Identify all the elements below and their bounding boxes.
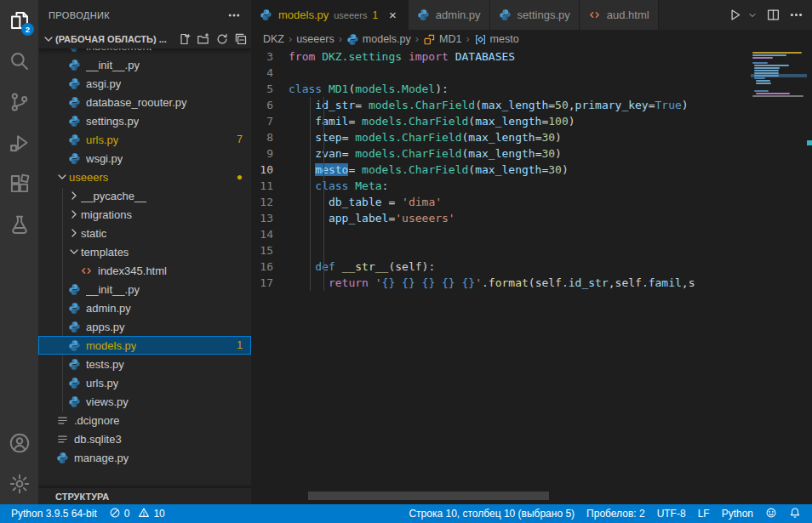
activity-run-and-debug[interactable] — [0, 122, 38, 163]
status-cursor-position[interactable]: Строка 10, столбец 10 (выбрано 5) — [403, 504, 580, 523]
status-language-mode[interactable]: Python — [716, 504, 759, 523]
code-line[interactable]: 10 mesto= models.CharField(max_length=30… — [251, 162, 812, 178]
activity-search[interactable] — [0, 41, 38, 82]
code-token: = — [342, 147, 356, 160]
code-line[interactable]: 16 def __str__(self): — [251, 259, 812, 275]
status-problems[interactable]: 010 — [103, 504, 171, 523]
code-line[interactable]: 7 famil= models.CharField(max_length=100… — [251, 113, 812, 129]
code-line[interactable]: 15 — [251, 242, 812, 259]
line-number[interactable]: 14 — [251, 226, 289, 242]
outline-section-header[interactable]: СТРУКТУРА — [38, 487, 251, 504]
minimap-line — [756, 80, 770, 82]
tree-item-useeers[interactable]: useeers● — [38, 168, 251, 186]
code-line[interactable]: 8 step= models.CharField(max_length=30) — [251, 129, 812, 145]
tree-item-urls-py[interactable]: urls.py7 — [38, 130, 251, 149]
code-line[interactable]: 9 zvan= models.CharField(max_length=30) — [251, 145, 812, 162]
run-dropdown-icon[interactable] — [751, 10, 758, 20]
tree-item-apps-py[interactable]: apps.py — [38, 317, 251, 336]
explorer-more-actions-icon[interactable] — [227, 9, 241, 22]
line-number[interactable]: 8 — [251, 129, 289, 145]
tree-item-static[interactable]: static — [38, 224, 251, 242]
tree-item-wsgi-py[interactable]: wsgi.py — [38, 149, 251, 168]
tab-settings-py[interactable]: settings.py — [490, 0, 580, 30]
status-encoding[interactable]: UTF-8 — [651, 504, 692, 523]
tree-item-db-sqlite3[interactable]: db.sqlite3 — [38, 429, 251, 448]
line-number[interactable]: 4 — [251, 65, 289, 81]
breadcrumb-item-useeers[interactable]: useeers — [296, 33, 334, 45]
minimap-line — [756, 93, 791, 94]
tree-item-settings-py[interactable]: settings.py — [38, 111, 251, 130]
code-line[interactable]: 14 — [251, 226, 812, 242]
activity-source-control[interactable] — [0, 82, 38, 122]
breadcrumb-item-mesto[interactable]: mesto — [474, 33, 519, 46]
line-number[interactable]: 3 — [251, 48, 289, 65]
more-actions-icon[interactable] — [789, 8, 803, 22]
run-icon[interactable] — [728, 8, 742, 22]
tree-item-templates[interactable]: templates — [38, 242, 251, 261]
indent-guide — [323, 97, 324, 291]
tree-item--pycache-[interactable]: __pycache__ — [38, 186, 251, 205]
tree-item-migrations[interactable]: migrations — [38, 205, 251, 224]
line-number[interactable]: 9 — [251, 145, 289, 162]
status-notifications[interactable] — [783, 504, 807, 523]
minimap[interactable] — [751, 48, 807, 504]
tree-item-tests-py[interactable]: tests.py — [38, 355, 251, 373]
tree-item-models-py[interactable]: models.py1 — [38, 336, 251, 355]
tab-aud-html[interactable]: aud.html — [580, 0, 659, 30]
status-feedback[interactable] — [759, 504, 783, 523]
code-line[interactable]: 6 id_str= models.CharField(max_length=50… — [251, 97, 812, 113]
line-number[interactable]: 5 — [251, 81, 289, 97]
status-indentation[interactable]: Пробелов: 2 — [580, 504, 651, 523]
tree-item--init-py[interactable]: __init__.py — [38, 55, 251, 74]
line-number[interactable]: 16 — [251, 259, 289, 275]
activity-testing[interactable] — [0, 204, 38, 245]
status-python-version[interactable]: Python 3.9.5 64-bit — [5, 504, 103, 523]
code-token: format — [489, 276, 529, 289]
line-number[interactable]: 13 — [251, 210, 289, 226]
overview-ruler[interactable] — [807, 48, 812, 504]
activity-explorer[interactable]: 2 — [0, 0, 38, 41]
split-editor-icon[interactable] — [766, 8, 781, 22]
code-editor[interactable]: 3from DKZ.settings import DATABASES45cla… — [251, 48, 812, 504]
status-eol[interactable]: LF — [692, 504, 716, 523]
code-line[interactable]: 3from DKZ.settings import DATABASES — [251, 48, 812, 65]
line-number[interactable]: 15 — [251, 242, 289, 259]
code-line[interactable]: 12 db_table = 'dima' — [251, 194, 812, 210]
code-line[interactable]: 5class MD1(models.Model): — [251, 81, 812, 97]
code-line[interactable]: 13 app_label='useeers' — [251, 210, 812, 226]
sidebar-explorer: ПРОВОДНИК (РАБОЧАЯ ОБЛАСТЬ) ... indexele… — [38, 0, 251, 504]
tree-item-indexelement[interactable]: indexelement — [38, 48, 251, 55]
activity-extensions[interactable] — [0, 163, 38, 204]
activity-account[interactable] — [0, 423, 38, 463]
tab-admin-py[interactable]: admin.py — [409, 0, 490, 30]
tree-item-admin-py[interactable]: admin.py — [38, 298, 251, 317]
tree-item-manage-py[interactable]: manage.py — [38, 448, 251, 467]
tree-item-views-py[interactable]: views.py — [38, 392, 251, 411]
line-number[interactable]: 12 — [251, 194, 289, 210]
breadcrumb-item-dkz[interactable]: DKZ — [263, 33, 284, 45]
activity-settings[interactable] — [0, 463, 38, 504]
breadcrumb-item-md1[interactable]: MD1 — [423, 33, 461, 46]
workspace-section-header[interactable]: (РАБОЧАЯ ОБЛАСТЬ) ... — [38, 30, 251, 48]
tree-item-urls-py[interactable]: urls.py — [38, 373, 251, 392]
code-line[interactable]: 4 — [251, 65, 812, 81]
code-line[interactable]: 11 class Meta: — [251, 178, 812, 194]
line-number[interactable]: 17 — [251, 275, 289, 291]
warning-icon — [138, 507, 150, 521]
tree-item--dcignore[interactable]: .dcignore — [38, 411, 251, 429]
line-number[interactable]: 11 — [251, 178, 289, 194]
line-number[interactable]: 7 — [251, 113, 289, 129]
tab-close-icon[interactable]: × — [386, 8, 399, 22]
code-token: = — [348, 163, 362, 176]
breadcrumb-item-models-py[interactable]: models.py — [346, 33, 411, 46]
tree-item-index345-html[interactable]: index345.html — [38, 261, 251, 280]
tab-label: models.py — [278, 9, 329, 21]
line-number[interactable]: 10 — [251, 162, 289, 178]
line-number[interactable]: 6 — [251, 97, 289, 113]
tab-models-py[interactable]: models.pyuseeers1× — [251, 0, 409, 30]
tree-item-database-roouter-py[interactable]: database_roouter.py — [38, 93, 251, 111]
code-line[interactable]: 17 return '{} {} {} {} {}'.format(self.i… — [251, 275, 812, 291]
tree-item-asgi-py[interactable]: asgi.py — [38, 74, 251, 93]
tree-item--init-py[interactable]: __init__.py — [38, 280, 251, 298]
horizontal-scrollbar[interactable] — [308, 492, 549, 500]
